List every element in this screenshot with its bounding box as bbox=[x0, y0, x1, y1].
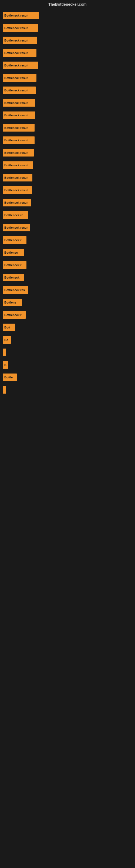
bar-row: Bottleneck result bbox=[0, 73, 135, 83]
bar-row: Bottleneck r bbox=[0, 260, 135, 270]
bar-row: Bottleneck result bbox=[0, 85, 135, 95]
bar-label: Bottleneck result bbox=[4, 114, 28, 117]
bar-row: Bo bbox=[0, 335, 135, 345]
bar-label: Bottleneck result bbox=[4, 26, 28, 30]
bar-item: Bottle bbox=[3, 373, 17, 381]
bar-label: Bottleneck result bbox=[4, 226, 28, 229]
bar-row: B bbox=[0, 360, 135, 370]
bar-item: Bottleneck result bbox=[3, 136, 35, 144]
bar-item: Bottleneck result bbox=[3, 62, 38, 69]
bar-item: Bottleneck result bbox=[3, 87, 36, 94]
bar-row: Bottleneck result bbox=[0, 60, 135, 70]
bar-label: Bottleneck res bbox=[4, 288, 25, 291]
bar-label: Bottleneck result bbox=[4, 138, 28, 142]
bar-label: B bbox=[4, 363, 6, 367]
bar-item: Bottleneck re bbox=[3, 211, 28, 219]
bar-label: Bottle bbox=[4, 376, 13, 379]
bar-row: Bottleneck result bbox=[0, 23, 135, 33]
bar-item: Bottleneck result bbox=[3, 199, 31, 207]
bar-label: Bott bbox=[4, 326, 10, 329]
bar-label: Bo bbox=[4, 338, 8, 341]
bar-row: Bottleneck result bbox=[0, 197, 135, 208]
bar-item: | bbox=[3, 348, 6, 356]
bar-item: | bbox=[3, 386, 6, 394]
bar-label: Bottleneck result bbox=[4, 64, 28, 67]
bar-row: Bottleneck result bbox=[0, 48, 135, 58]
bar-item: Bottleneck bbox=[3, 274, 24, 281]
bar-row: Bottleneck r bbox=[0, 235, 135, 245]
bar-item: Bottleneck result bbox=[3, 99, 35, 106]
bar-row: Bottleneck result bbox=[0, 185, 135, 195]
bar-item: Bottleneck result bbox=[3, 37, 37, 44]
bar-item: Bottleneck result bbox=[3, 112, 35, 119]
bars-container: Bottleneck resultBottleneck resultBottle… bbox=[0, 8, 135, 400]
bar-item: Bo bbox=[3, 336, 11, 344]
bar-row: Bottleneck result bbox=[0, 160, 135, 170]
bar-row: Bottleneck result bbox=[0, 35, 135, 45]
bar-label: Bottleneck result bbox=[4, 51, 28, 55]
bar-label: Bottleneck result bbox=[4, 101, 28, 104]
bar-item: Bottleneck result bbox=[3, 174, 32, 182]
bar-label: Bottleneck result bbox=[4, 163, 28, 167]
bar-row: | bbox=[0, 384, 135, 395]
site-header: TheBottlenecker.com bbox=[0, 0, 135, 8]
bar-row: Bottleneck result bbox=[0, 10, 135, 21]
bar-item: Bottleneck r bbox=[3, 311, 26, 319]
bar-item: Bottleneck result bbox=[3, 49, 37, 57]
bar-item: Bottleneck result bbox=[3, 186, 32, 194]
bar-row: Bottleneck result bbox=[0, 110, 135, 120]
bar-row: Bottlenec bbox=[0, 247, 135, 258]
bar-label: Bottlenec bbox=[4, 251, 18, 254]
bar-label: Bottleneck result bbox=[4, 14, 28, 17]
bar-item: Bottleneck result bbox=[3, 74, 37, 82]
bar-label: Bottleneck result bbox=[4, 126, 28, 129]
bar-label: Bottleneck result bbox=[4, 151, 28, 154]
bar-row: Bottleneck result bbox=[0, 123, 135, 133]
bar-row: Bott bbox=[0, 322, 135, 333]
bar-item: Bottleneck result bbox=[3, 149, 34, 156]
bar-item: Bottleneck res bbox=[3, 286, 28, 294]
bar-row: Bottleneck result bbox=[0, 173, 135, 183]
bar-label: Bottleneck result bbox=[4, 176, 28, 179]
bar-item: Bottleneck result bbox=[3, 12, 39, 19]
bar-item: Bottleneck r bbox=[3, 261, 27, 269]
bar-row: | bbox=[0, 347, 135, 358]
bar-item: Bottleneck result bbox=[3, 24, 38, 32]
bar-label: Bottleneck result bbox=[4, 39, 28, 42]
bar-label: Bottleneck r bbox=[4, 264, 21, 267]
bar-row: Bottleneck result bbox=[0, 148, 135, 158]
bar-item: B bbox=[3, 361, 8, 369]
bar-label: Bottleneck result bbox=[4, 201, 28, 204]
bar-row: Bottleneck bbox=[0, 272, 135, 283]
bar-row: Bottleneck result bbox=[0, 135, 135, 145]
bar-item: Bottleneck result bbox=[3, 224, 30, 231]
bar-row: Bottleneck res bbox=[0, 285, 135, 295]
bar-item: Bottlene bbox=[3, 299, 22, 306]
bar-row: Bottleneck result bbox=[0, 98, 135, 108]
bar-label: Bottleneck result bbox=[4, 76, 28, 80]
bar-row: Bottle bbox=[0, 372, 135, 382]
bar-row: Bottleneck result bbox=[0, 222, 135, 233]
bar-row: Bottlene bbox=[0, 297, 135, 308]
bar-item: Bottleneck r bbox=[3, 236, 27, 244]
bar-label: Bottleneck r bbox=[4, 239, 21, 242]
bar-label: Bottleneck result bbox=[4, 89, 28, 92]
bar-item: Bottlenec bbox=[3, 249, 24, 256]
bar-row: Bottleneck re bbox=[0, 210, 135, 220]
bar-label: Bottlene bbox=[4, 301, 16, 304]
bar-item: Bott bbox=[3, 323, 15, 331]
bar-row: Bottleneck r bbox=[0, 310, 135, 320]
bar-label: Bottleneck r bbox=[4, 313, 21, 316]
bar-item: Bottleneck result bbox=[3, 161, 33, 169]
bar-item: Bottleneck result bbox=[3, 124, 35, 131]
bar-label: Bottleneck bbox=[4, 276, 19, 279]
bar-label: Bottleneck re bbox=[4, 214, 23, 217]
bar-label: Bottleneck result bbox=[4, 188, 28, 192]
